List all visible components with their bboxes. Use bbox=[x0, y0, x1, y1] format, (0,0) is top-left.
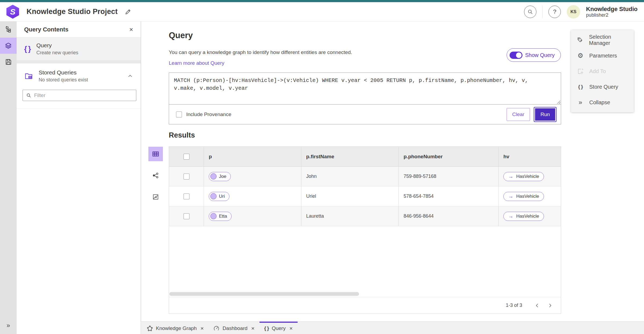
arrow-right-icon: → bbox=[508, 174, 513, 179]
query-textarea[interactable]: MATCH (p:Person)-[hv:HasVehicle]->(v:Veh… bbox=[169, 73, 561, 105]
folder-icon bbox=[24, 71, 33, 81]
cell-firstname: John bbox=[306, 174, 317, 179]
column-header-hv[interactable]: hv bbox=[503, 154, 509, 160]
entity-node-icon bbox=[210, 193, 217, 199]
relationship-chip-label: HasVehicle bbox=[516, 194, 539, 199]
close-tab-icon[interactable]: × bbox=[289, 325, 292, 332]
store-query-item[interactable]: { } Store Query bbox=[571, 79, 634, 95]
help-button[interactable]: ? bbox=[548, 6, 561, 18]
scrollbar-thumb[interactable] bbox=[169, 292, 359, 296]
table-pagination: 1-3 of 3 bbox=[169, 297, 561, 314]
cell-phonenumber: 578-654-7854 bbox=[404, 193, 434, 199]
map-view-button[interactable] bbox=[148, 190, 163, 204]
add-to-label: Add To bbox=[589, 68, 606, 74]
previous-page-button[interactable] bbox=[532, 300, 543, 311]
filter-input[interactable] bbox=[34, 92, 125, 98]
table-icon bbox=[152, 150, 159, 158]
edit-title-icon[interactable] bbox=[125, 8, 131, 15]
entity-chip[interactable]: Uri bbox=[209, 192, 229, 201]
stored-queries-section: Stored Queries No stored queries exist bbox=[17, 63, 141, 109]
rail-item-save[interactable] bbox=[0, 54, 17, 70]
stored-queries-header[interactable]: Stored Queries No stored queries exist bbox=[24, 69, 133, 83]
relationship-chip-label: HasVehicle bbox=[516, 174, 539, 179]
tab-dashboard[interactable]: Dashboard × bbox=[208, 322, 259, 334]
include-provenance-checkbox[interactable] bbox=[176, 112, 182, 117]
tab-label: Knowledge Graph bbox=[156, 325, 197, 331]
select-all-checkbox[interactable] bbox=[184, 154, 189, 160]
account-name: Knowledge Studio bbox=[586, 6, 638, 12]
column-header-phonenumber[interactable]: p.phoneNumber bbox=[404, 154, 443, 160]
header-divider bbox=[542, 6, 543, 18]
rail-item-hierarchy[interactable] bbox=[0, 21, 17, 38]
chevron-up-icon[interactable] bbox=[127, 73, 133, 79]
row-checkbox[interactable] bbox=[184, 174, 189, 179]
relationship-chip[interactable]: →HasVehicle bbox=[503, 192, 544, 201]
resize-handle[interactable] bbox=[556, 100, 560, 104]
close-panel-button[interactable]: × bbox=[129, 26, 133, 33]
collapse-item[interactable]: » Collapse bbox=[571, 95, 634, 110]
results-title: Results bbox=[169, 131, 195, 139]
app-logo[interactable]: S bbox=[6, 5, 19, 19]
show-query-toggle[interactable]: Show Query bbox=[507, 48, 561, 62]
main-content: Query You can query a knowledge graph to… bbox=[141, 21, 644, 321]
close-tab-icon[interactable]: × bbox=[200, 325, 204, 332]
query-contents-panel: Query Contents × { } Query Create new qu… bbox=[17, 21, 141, 334]
next-page-button[interactable] bbox=[545, 300, 555, 311]
add-to-icon bbox=[577, 68, 584, 75]
toggle-switch-on[interactable] bbox=[510, 52, 522, 59]
map-icon bbox=[152, 193, 159, 200]
section-divider bbox=[17, 60, 141, 63]
app-header: S Knowledge Studio Project ? KS Knowledg… bbox=[0, 2, 644, 21]
panel-title: Query Contents bbox=[24, 26, 68, 33]
table-view-button[interactable] bbox=[148, 147, 163, 161]
account-menu[interactable]: Knowledge Studio publisher2 bbox=[586, 6, 638, 18]
layers-icon bbox=[5, 42, 12, 49]
cell-firstname: Lauretta bbox=[306, 213, 324, 219]
close-tab-icon[interactable]: × bbox=[251, 325, 254, 332]
column-header-p[interactable]: p bbox=[209, 154, 212, 160]
row-checkbox[interactable] bbox=[184, 193, 189, 199]
entity-node-icon bbox=[210, 173, 217, 179]
learn-more-link[interactable]: Learn more about Query bbox=[169, 60, 224, 66]
stored-queries-subtitle: No stored queries exist bbox=[39, 77, 88, 83]
tab-query[interactable]: { } Query × bbox=[259, 322, 298, 334]
entity-chip[interactable]: Joe bbox=[209, 172, 231, 181]
relationship-chip-label: HasVehicle bbox=[516, 214, 539, 219]
parameters-item[interactable]: ⚙ Parameters bbox=[571, 48, 634, 63]
table-row[interactable]: Etta Lauretta 846-956-8644 →HasVehicle bbox=[169, 206, 561, 226]
cell-firstname: Uriel bbox=[306, 193, 316, 199]
cell-phonenumber: 846-956-8644 bbox=[404, 213, 434, 219]
logo-letter: S bbox=[10, 7, 15, 16]
query-contents-item-query[interactable]: { } Query Create new queries bbox=[17, 38, 141, 60]
clear-button[interactable]: Clear bbox=[507, 108, 530, 121]
entity-chip-label: Uri bbox=[219, 194, 225, 199]
page-title: Query bbox=[169, 31, 193, 40]
relationship-chip[interactable]: →HasVehicle bbox=[503, 212, 544, 221]
column-header-firstname[interactable]: p.firstName bbox=[306, 154, 334, 160]
horizontal-scrollbar[interactable] bbox=[169, 291, 561, 297]
braces-icon: { } bbox=[577, 84, 584, 90]
search-icon bbox=[527, 9, 533, 15]
close-icon: × bbox=[129, 26, 133, 33]
query-tools-menu: Selection Manager ⚙ Parameters Add To { … bbox=[571, 30, 634, 112]
query-text: MATCH (p:Person)-[hv:HasVehicle]->(v:Veh… bbox=[174, 77, 539, 92]
row-checkbox[interactable] bbox=[184, 213, 189, 219]
expand-rail-button[interactable]: » bbox=[0, 319, 17, 331]
store-query-label: Store Query bbox=[589, 84, 618, 90]
search-button[interactable] bbox=[524, 6, 536, 18]
table-row[interactable]: Joe John 759-889-57168 →HasVehicle bbox=[169, 167, 561, 186]
query-item-title: Query bbox=[36, 42, 78, 49]
avatar[interactable]: KS bbox=[567, 5, 580, 19]
knowledge-graph-icon bbox=[147, 325, 153, 332]
entity-chip[interactable]: Etta bbox=[209, 212, 232, 221]
rail-item-layers[interactable] bbox=[0, 38, 17, 54]
braces-icon: { } bbox=[264, 325, 269, 331]
relationship-chip[interactable]: →HasVehicle bbox=[503, 172, 544, 181]
query-editor-container: MATCH (p:Person)-[hv:HasVehicle]->(v:Veh… bbox=[169, 73, 561, 124]
selection-manager-item[interactable]: Selection Manager bbox=[571, 32, 634, 48]
table-row[interactable]: Uri Uriel 578-654-7854 →HasVehicle bbox=[169, 186, 561, 206]
tab-knowledge-graph[interactable]: Knowledge Graph × bbox=[142, 322, 208, 334]
graph-view-button[interactable] bbox=[148, 168, 163, 183]
run-button[interactable]: Run bbox=[534, 107, 556, 121]
entity-chip-label: Etta bbox=[219, 214, 227, 219]
